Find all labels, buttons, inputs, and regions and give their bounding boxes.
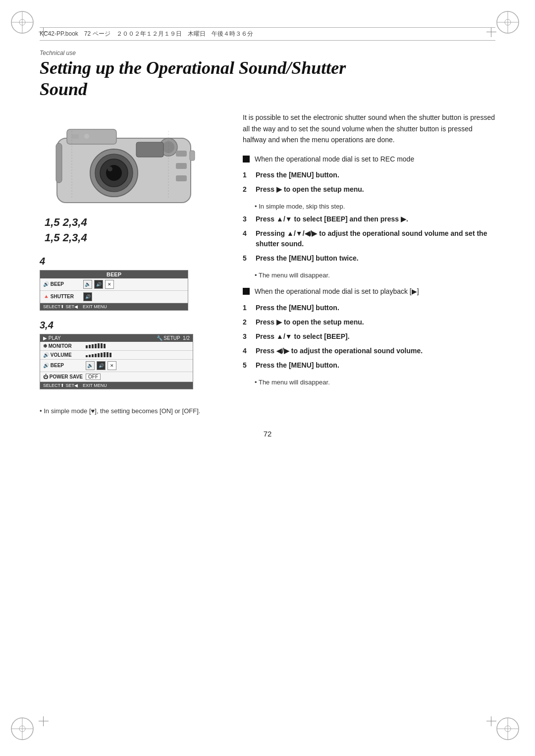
header-bar: KC42-PP.book 72 ページ ２００２年１２月１９日 木曜日 午後４時… (40, 27, 495, 41)
step-2-4: 4 Press ◀/▶ to adjust the operational so… (243, 346, 495, 356)
icon-low2: 🔈 (86, 361, 95, 370)
footer-select: SELECT⬆ SET◀ (43, 304, 78, 309)
step-2-1: 1 Press the [MENU] button. (243, 303, 495, 313)
svg-rect-28 (176, 151, 187, 157)
corner-br (495, 716, 525, 746)
inner-cross-bl (39, 716, 49, 726)
menu-row-beep2: 🔊 BEEP 🔈 🔊 ✕ (40, 360, 193, 372)
page-title: Setting up the Operational Sound/Shutter… (40, 57, 495, 100)
menu-row-power: ⏻ POWER SAVE OFF (40, 372, 193, 382)
menu-shutter-label: 🔺 SHUTTER (43, 294, 80, 299)
technical-use-label: Technical use (40, 50, 495, 56)
play-label: ▶ PLAY (43, 335, 61, 341)
page-content: Technical use Setting up the Operational… (40, 50, 495, 716)
section1-header: When the operational mode dial is set to… (243, 155, 495, 164)
svg-rect-30 (176, 175, 187, 181)
main-columns: 1,5 2,3,4 1,5 2,3,4 4 BEEP 🔊 BEEP 🔈 🔊 ✕ (40, 112, 495, 392)
volume-label: 🔊 VOLUME (43, 352, 83, 358)
corner-bl (10, 716, 40, 746)
step-2-2: 2 Press ▶ to open the setup menu. (243, 317, 495, 327)
volume-bars (86, 352, 111, 357)
camera-image (40, 112, 208, 211)
menu-row-monitor: ❄ MONITOR (40, 342, 193, 351)
menu-box-4-footer: SELECT⬆ SET◀ EXIT MENU (40, 303, 188, 310)
menu-box-4-title: BEEP (40, 270, 188, 278)
note-1-5: The menu will disappear. (255, 271, 495, 279)
icon-med2: 🔊 (97, 361, 106, 370)
corner-tl (10, 10, 40, 40)
right-column: It is possible to set the electronic shu… (243, 112, 495, 392)
icon-shutter-vol: 🔊 (83, 292, 92, 301)
footer-exit2: EXIT MENU (83, 383, 107, 388)
menu-beep-icons: 🔈 🔊 ✕ (83, 280, 114, 289)
inner-cross-br (486, 716, 496, 726)
monitor-bars (86, 343, 106, 348)
icon-med-vol: 🔊 (94, 280, 103, 289)
svg-rect-29 (176, 163, 187, 169)
step-2-5: 5 Press the [MENU] button. (243, 360, 495, 371)
setup-label: 🔧 SETUP 1/2 (157, 335, 190, 341)
menu4-label: 4 (40, 256, 228, 267)
menu-row-volume: 🔊 VOLUME (40, 351, 193, 360)
section2-square (243, 288, 250, 295)
camera-labels: 1,5 2,3,4 1,5 2,3,4 (45, 215, 228, 246)
icon-low-vol: 🔈 (83, 280, 92, 289)
svg-rect-25 (72, 134, 79, 139)
menu-box-4: BEEP 🔊 BEEP 🔈 🔊 ✕ 🔺 SHUTTER (40, 270, 188, 311)
svg-point-22 (107, 166, 112, 171)
section1-square (243, 156, 250, 162)
svg-point-26 (84, 134, 89, 139)
bottom-note: In simple mode [♥], the setting becomes … (40, 407, 495, 415)
page-number: 72 (40, 430, 495, 438)
svg-rect-32 (190, 151, 195, 161)
menu-row-shutter: 🔺 SHUTTER 🔊 (40, 291, 188, 303)
beep-label2: 🔊 BEEP (43, 363, 83, 368)
step-2-3: 3 Press ▲/▼ to select [BEEP]. (243, 331, 495, 342)
power-label: ⏻ POWER SAVE (43, 374, 83, 379)
menu34-label: 3,4 (40, 320, 228, 331)
menu-box-34: ▶ PLAY 🔧 SETUP 1/2 ❄ MONITOR (40, 334, 193, 389)
header-text: KC42-PP.book 72 ページ ２００２年１２月１９日 木曜日 午後４時… (40, 30, 253, 38)
step-1-2: 2 Press ▶ to open the setup menu. (243, 184, 495, 195)
step-1-3: 3 Press ▲/▼ to select [BEEP] and then pr… (243, 214, 495, 224)
note-2-5: The menu will disappear. (255, 378, 495, 386)
step-1-1: 1 Press the [MENU] button. (243, 170, 495, 180)
step-1-5: 5 Press the [MENU] button twice. (243, 253, 495, 264)
intro-text: It is possible to set the electronic shu… (243, 112, 495, 145)
section2-steps: 1 Press the [MENU] button. 2 Press ▶ to … (243, 303, 495, 371)
camera-label-line1: 1,5 2,3,4 (45, 215, 228, 230)
svg-rect-27 (56, 143, 62, 183)
footer-exit: EXIT MENU (83, 304, 107, 309)
icon-mute: ✕ (105, 280, 114, 289)
note-1-2: In simple mode, skip this step. (255, 203, 495, 210)
left-column: 1,5 2,3,4 1,5 2,3,4 4 BEEP 🔊 BEEP 🔈 🔊 ✕ (40, 112, 228, 392)
menu-box-34-header: ▶ PLAY 🔧 SETUP 1/2 (40, 334, 193, 342)
section1-title: When the operational mode dial is set to… (255, 155, 414, 164)
menu-box-34-footer: SELECT⬆ SET◀ EXIT MENU (40, 382, 193, 389)
camera-svg (42, 113, 206, 210)
section2-header: When the operational mode dial is set to… (243, 287, 495, 297)
menu-beep-label: 🔊 BEEP (43, 281, 80, 287)
menu-row-beep: 🔊 BEEP 🔈 🔊 ✕ (40, 278, 188, 291)
step-1-4: 4 Pressing ▲/▼/◀/▶ to adjust the operati… (243, 228, 495, 249)
svg-rect-31 (136, 142, 163, 157)
monitor-label: ❄ MONITOR (43, 343, 83, 349)
icon-mute2: ✕ (107, 361, 116, 370)
corner-tr (495, 10, 525, 40)
menu-beep2-icons: 🔈 🔊 ✕ (86, 361, 116, 370)
footer-select2: SELECT⬆ SET◀ (43, 383, 78, 388)
section1-steps: 1 Press the [MENU] button. 2 Press ▶ to … (243, 170, 495, 195)
power-value: OFF (86, 374, 101, 380)
camera-label-line2: 1,5 2,3,4 (45, 230, 228, 246)
section1-steps-cont: 3 Press ▲/▼ to select [BEEP] and then pr… (243, 214, 495, 264)
menu-shutter-icons: 🔊 (83, 292, 92, 301)
section2-title: When the operational mode dial is set to… (255, 287, 419, 297)
